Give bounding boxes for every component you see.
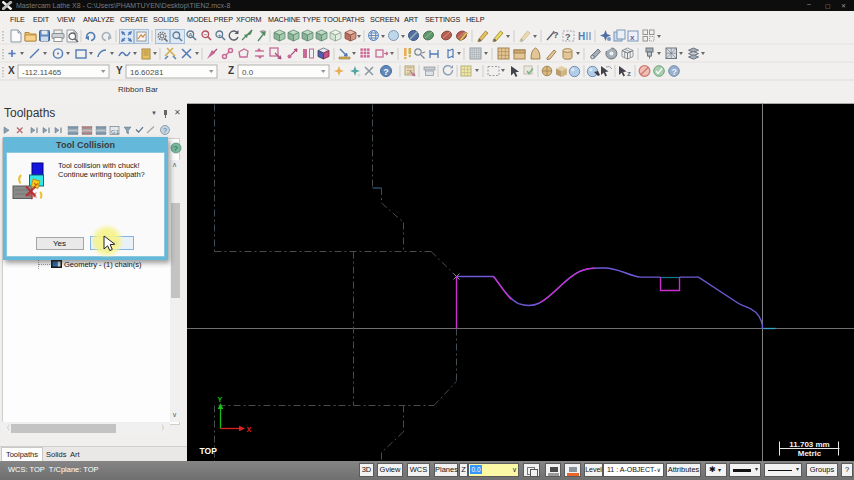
svg-text:0.0: 0.0 xyxy=(242,68,254,77)
svg-text:?: ? xyxy=(565,32,571,42)
svg-text:?: ? xyxy=(672,67,678,77)
svg-text:?: ? xyxy=(383,67,389,77)
svg-text:X: X xyxy=(247,426,252,433)
svg-text:?: ? xyxy=(163,127,167,134)
svg-text:Ribbon Bar: Ribbon Bar xyxy=(118,85,158,94)
svg-text:-112.11465: -112.11465 xyxy=(22,68,62,77)
svg-text:TOP: TOP xyxy=(200,446,218,456)
svg-text:A: A xyxy=(188,32,193,38)
svg-text:Z: Z xyxy=(228,65,234,76)
svg-text:Y: Y xyxy=(218,396,223,403)
svg-text:?: ? xyxy=(553,30,559,40)
svg-text:H: H xyxy=(578,31,585,42)
svg-text:Metric: Metric xyxy=(798,449,822,458)
svg-text:−: − xyxy=(204,32,208,38)
svg-text:?: ? xyxy=(174,144,178,153)
svg-text:16.60281: 16.60281 xyxy=(130,68,164,77)
svg-text:G1: G1 xyxy=(111,129,120,135)
svg-text:z: z xyxy=(627,69,631,78)
svg-text:X: X xyxy=(8,65,15,76)
svg-text:+: + xyxy=(218,32,222,38)
svg-text:Y: Y xyxy=(116,65,123,76)
svg-text:11.703 mm: 11.703 mm xyxy=(789,440,829,449)
svg-text:x: x xyxy=(630,33,635,42)
